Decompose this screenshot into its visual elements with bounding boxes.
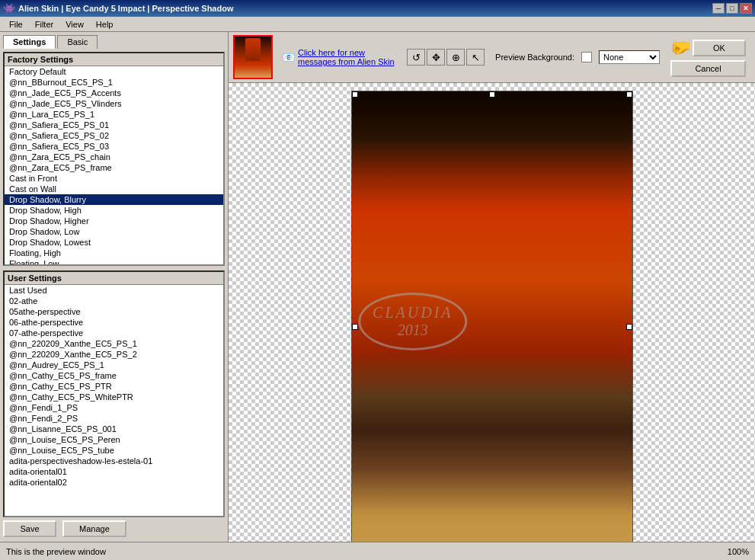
user-list-item[interactable]: 07-athe-perspective xyxy=(5,328,223,338)
factory-list-item[interactable]: @nn_BBurnout_EC5_PS_1 xyxy=(5,77,223,88)
factory-list-item[interactable]: @nn_Zara_EC5_PS_frame xyxy=(5,162,223,173)
menu-help[interactable]: Help xyxy=(90,18,120,30)
user-list-item[interactable]: @nn_Fendi_1_PS xyxy=(5,402,223,413)
factory-settings-container: Factory Settings Factory Default@nn_BBur… xyxy=(3,52,225,266)
tool-buttons: ↺ ✥ ⊕ ↖ xyxy=(407,49,485,66)
user-list-item[interactable]: @nn_220209_Xanthe_EC5_PS_2 xyxy=(5,349,223,360)
tab-basic[interactable]: Basic xyxy=(57,35,98,49)
user-list-item[interactable]: @nn_Louise_EC5_PS_Peren xyxy=(5,434,223,445)
zoom-tool-button[interactable]: ⊕ xyxy=(446,49,465,66)
message-link[interactable]: Click here for new messages from Alien S… xyxy=(298,48,398,66)
bottom-buttons: Save Manage xyxy=(3,517,225,539)
rotate-tool-button[interactable]: ↺ xyxy=(407,49,425,66)
factory-list-item[interactable]: @nn_Lara_EC5_PS_1 xyxy=(5,109,223,120)
preview-bg-color-swatch xyxy=(581,52,592,62)
cancel-button[interactable]: Cancel xyxy=(670,60,746,77)
status-text: This is the preview window xyxy=(6,547,106,556)
factory-settings-header: Factory Settings xyxy=(5,53,223,66)
pointer-tool-button[interactable]: ↖ xyxy=(466,49,485,66)
factory-list-item[interactable]: Drop Shadow, High xyxy=(5,205,223,216)
user-list-item[interactable]: Last Used xyxy=(5,285,223,296)
title-text: Alien Skin | Eye Candy 5 Impact | Perspe… xyxy=(18,4,711,13)
menubar: File Filter View Help xyxy=(0,17,755,32)
factory-list-item[interactable]: Floating, Low xyxy=(5,258,223,264)
factory-list-item[interactable]: Factory Default xyxy=(5,66,223,77)
menu-view[interactable]: View xyxy=(59,18,90,30)
preview-bg-label: Preview Background: xyxy=(495,53,574,62)
factory-list-item[interactable]: Drop Shadow, Lowest xyxy=(5,237,223,248)
tab-bar: Settings Basic xyxy=(3,35,225,49)
factory-list-item[interactable]: @nn_Jade_EC5_PS_Vlinders xyxy=(5,98,223,109)
factory-list-item[interactable]: Cast in Front xyxy=(5,173,223,184)
user-list-item[interactable]: adita-oriental01 xyxy=(5,466,223,477)
save-button[interactable]: Save xyxy=(3,520,56,537)
factory-list-item[interactable]: Drop Shadow, Higher xyxy=(5,216,223,226)
tab-settings[interactable]: Settings xyxy=(3,35,56,49)
user-settings-header: User Settings xyxy=(5,272,223,285)
ok-button[interactable]: OK xyxy=(693,40,746,56)
menu-file[interactable]: File xyxy=(3,18,29,30)
title-btn-close[interactable]: ✕ xyxy=(740,3,752,14)
statusbar: This is the preview window 100% xyxy=(0,542,755,560)
user-list-item[interactable]: @nn_Fendi_2_PS xyxy=(5,413,223,424)
user-list-item[interactable]: @nn_Cathy_EC5_PS_frame xyxy=(5,370,223,381)
zoom-level: 100% xyxy=(728,547,749,556)
user-list-item[interactable]: @nn_Lisanne_EC5_PS_001 xyxy=(5,424,223,434)
user-list-item[interactable]: 06-athe-perspective xyxy=(5,317,223,328)
user-list-item[interactable]: @nn_Louise_EC5_PS_tube xyxy=(5,445,223,456)
user-settings-list[interactable]: Last Used02-athe05athe-perspective06-ath… xyxy=(5,285,223,516)
user-list-item[interactable]: adita-oriental02 xyxy=(5,477,223,488)
user-list-item[interactable]: @nn_Cathy_EC5_PS_PTR xyxy=(5,381,223,392)
preview-area: CLAUDIA 2013 xyxy=(229,83,755,542)
factory-list-item[interactable]: @nn_Zara_EC5_PS_chain xyxy=(5,152,223,162)
preview-thumbnail xyxy=(233,35,273,79)
main-layout: Settings Basic Factory Settings Factory … xyxy=(0,32,755,542)
user-list-item[interactable]: @nn_220209_Xanthe_EC5_PS_1 xyxy=(5,338,223,349)
user-settings-container: User Settings Last Used02-athe05athe-per… xyxy=(3,270,225,517)
top-toolbar: 📧 Click here for new messages from Alien… xyxy=(229,32,755,83)
ok-hand-icon: 🤛 xyxy=(670,38,691,58)
factory-list-item[interactable]: @nn_Jade_EC5_PS_Accents xyxy=(5,88,223,98)
factory-list-item[interactable]: @nn_Safiera_EC5_PS_01 xyxy=(5,120,223,130)
figure-image xyxy=(351,91,633,542)
titlebar: 👾 Alien Skin | Eye Candy 5 Impact | Pers… xyxy=(0,0,755,17)
right-panel: 📧 Click here for new messages from Alien… xyxy=(229,32,755,542)
left-panel: Settings Basic Factory Settings Factory … xyxy=(0,32,229,542)
manage-button[interactable]: Manage xyxy=(62,520,126,537)
factory-list-item[interactable]: Floating, High xyxy=(5,248,223,258)
message-area: 📧 Click here for new messages from Alien… xyxy=(277,48,402,66)
factory-settings-list[interactable]: Factory Default@nn_BBurnout_EC5_PS_1@nn_… xyxy=(5,66,223,264)
user-list-item[interactable]: 02-athe xyxy=(5,296,223,306)
message-icon: 📧 xyxy=(282,51,295,63)
user-list-item[interactable]: @nn_Cathy_EC5_PS_WhitePTR xyxy=(5,392,223,402)
user-list-item[interactable]: adita-perspectiveshadow-les-estela-01 xyxy=(5,456,223,466)
ok-cancel-group: 🤛 OK Cancel xyxy=(670,38,750,77)
factory-list-item[interactable]: Cast on Wall xyxy=(5,184,223,194)
title-btn-maximize[interactable]: □ xyxy=(726,3,738,14)
menu-filter[interactable]: Filter xyxy=(29,18,59,30)
user-list-item[interactable]: 05athe-perspective xyxy=(5,306,223,317)
preview-bg-select[interactable]: None White Black Custom... xyxy=(599,50,660,64)
factory-list-item[interactable]: @nn_Safiera_EC5_PS_02 xyxy=(5,130,223,141)
factory-list-item[interactable]: Drop Shadow, Blurry xyxy=(5,194,223,205)
move-tool-button[interactable]: ✥ xyxy=(427,49,445,66)
user-list-item[interactable]: @nn_Audrey_EC5_PS_1 xyxy=(5,360,223,370)
title-btn-minimize[interactable]: ─ xyxy=(712,3,725,14)
factory-list-item[interactable]: @nn_Safiera_EC5_PS_03 xyxy=(5,141,223,152)
factory-list-item[interactable]: Drop Shadow, Low xyxy=(5,226,223,237)
app-icon: 👾 xyxy=(3,3,15,14)
